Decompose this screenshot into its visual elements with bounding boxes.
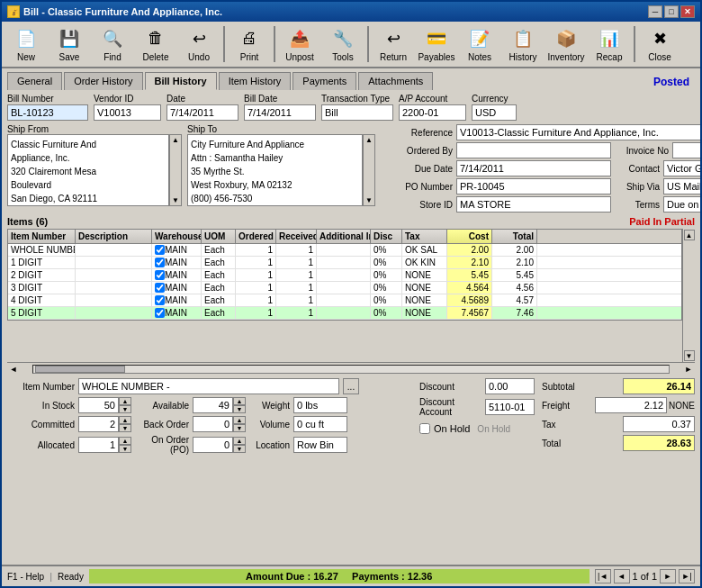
due-date-input[interactable] [456,160,611,176]
in-stock-input[interactable] [78,397,119,413]
allocated-down[interactable]: ▼ [119,445,131,453]
minimize-button[interactable]: ─ [648,5,662,18]
back-order-up[interactable]: ▲ [233,416,246,424]
row1-disc: 0% [371,244,402,256]
available-up[interactable]: ▲ [233,397,246,405]
vscroll-up[interactable]: ▲ [684,230,695,240]
ship-via-input[interactable] [663,178,700,194]
discount-account-input[interactable] [485,399,535,415]
row3-wh-checkbox[interactable] [155,270,165,280]
in-stock-down[interactable]: ▼ [119,405,131,413]
volume-input[interactable] [293,416,347,432]
nav-next[interactable]: ► [660,569,676,583]
allocated-up[interactable]: ▲ [119,437,131,445]
hscroll-left[interactable]: ◄ [7,365,20,374]
hscroll-track[interactable] [32,365,670,374]
item-number-expand[interactable]: ... [343,378,359,394]
row6-total: 7.46 [492,307,537,319]
store-id-input[interactable] [456,196,611,213]
save-button[interactable]: 💾 Save [49,23,90,65]
ordered-by-input[interactable] [456,142,611,158]
transaction-type-input[interactable] [321,104,393,121]
close-button[interactable]: ✕ [680,5,695,18]
on-order-up[interactable]: ▲ [233,437,246,445]
unpost-button[interactable]: 📤 Unpost [279,23,320,65]
recap-label: Recap [597,52,623,62]
tab-order-history[interactable]: Order History [64,72,142,90]
history-button[interactable]: 📋 History [502,23,544,65]
row2-wh-checkbox[interactable] [155,258,165,267]
ship-from-text[interactable]: Classic Furniture And Appliance, Inc. 32… [7,134,169,206]
terms-input[interactable] [663,196,700,213]
committed-up[interactable]: ▲ [119,416,131,424]
ship-to-text[interactable]: City Furniture And Appliance Attn : Sama… [187,134,363,206]
on-order-down[interactable]: ▼ [233,445,246,453]
bill-date-input[interactable] [244,104,316,121]
close-toolbar-button[interactable]: ✖ Close [639,23,680,65]
grid-vertical-scrollbar[interactable]: ▲ ▼ [682,229,695,362]
contact-input[interactable] [663,160,700,176]
grid-horizontal-scrollbar[interactable]: ◄ ► [7,362,695,375]
scroll-up-arrow[interactable]: ▲ [172,136,179,144]
tab-attachments[interactable]: Attachments [358,72,433,90]
ship-to-scrollbar[interactable]: ▲ ▼ [363,134,375,206]
tab-item-history[interactable]: Item History [219,72,292,90]
bill-number-input[interactable] [7,104,88,121]
ap-account-input[interactable] [399,104,466,121]
vscroll-down[interactable]: ▼ [684,350,695,361]
delete-button[interactable]: 🗑 Delete [135,23,176,65]
row5-wh-checkbox[interactable] [155,295,165,305]
in-stock-up[interactable]: ▲ [119,397,131,405]
return-button[interactable]: ↩ Return [373,23,414,65]
invoice-no-input[interactable] [672,142,700,158]
nav-last[interactable]: ►| [679,569,695,583]
currency-input[interactable] [472,104,517,121]
tab-payments[interactable]: Payments [292,72,356,90]
on-hold-checkbox[interactable] [419,423,430,434]
committed-input[interactable] [78,416,119,432]
date-input[interactable] [166,104,238,121]
nav-first[interactable]: |◄ [595,569,611,583]
recap-button[interactable]: 📊 Recap [589,23,630,65]
new-button[interactable]: 📄 New [5,23,47,65]
on-order-spinner: ▲ ▼ [193,437,246,453]
tab-general[interactable]: General [7,72,62,90]
payments-text: Payments : 12.36 [352,571,432,582]
tab-bill-history[interactable]: Bill History [145,72,217,90]
row6-wh-checkbox[interactable] [155,308,165,318]
freight-value[interactable] [595,397,667,413]
item-number-input[interactable] [78,378,339,394]
committed-down[interactable]: ▼ [119,424,131,432]
ship-from-scrollbar[interactable]: ▲ ▼ [169,134,182,206]
back-order-down[interactable]: ▼ [233,424,246,432]
vendor-id-input[interactable] [94,104,161,121]
row4-wh-checkbox[interactable] [155,283,165,293]
available-input[interactable] [193,397,233,413]
back-order-input[interactable] [193,416,233,432]
available-down[interactable]: ▼ [233,405,246,413]
po-number-input[interactable] [456,178,611,194]
weight-input[interactable] [293,397,347,413]
tools-button[interactable]: 🔧 Tools [322,23,364,65]
row1-wh-checkbox[interactable] [155,245,165,255]
reference-input[interactable] [456,124,700,140]
find-button[interactable]: 🔍 Find [92,23,133,65]
scroll-down-arrow-2[interactable]: ▼ [365,196,373,204]
on-order-input[interactable] [193,437,233,453]
row6-wh: MAIN [152,307,202,319]
discount-input[interactable] [485,378,535,394]
hscroll-thumb[interactable] [35,366,125,373]
maximize-button[interactable]: □ [664,5,679,18]
allocated-input[interactable] [78,437,119,453]
location-input[interactable] [293,437,347,453]
undo-button[interactable]: ↩ Undo [178,23,220,65]
nav-prev[interactable]: ◄ [614,569,630,583]
hscroll-right[interactable]: ► [682,365,695,374]
payables-button[interactable]: 💳 Payables [416,23,457,65]
notes-button[interactable]: 📝 Notes [459,23,500,65]
back-order-arrows: ▲ ▼ [233,416,246,432]
scroll-up-arrow-2[interactable]: ▲ [365,136,373,144]
inventory-button[interactable]: 📦 Inventory [545,23,587,65]
scroll-down-arrow[interactable]: ▼ [172,196,179,204]
print-button[interactable]: 🖨 Print [229,23,270,65]
